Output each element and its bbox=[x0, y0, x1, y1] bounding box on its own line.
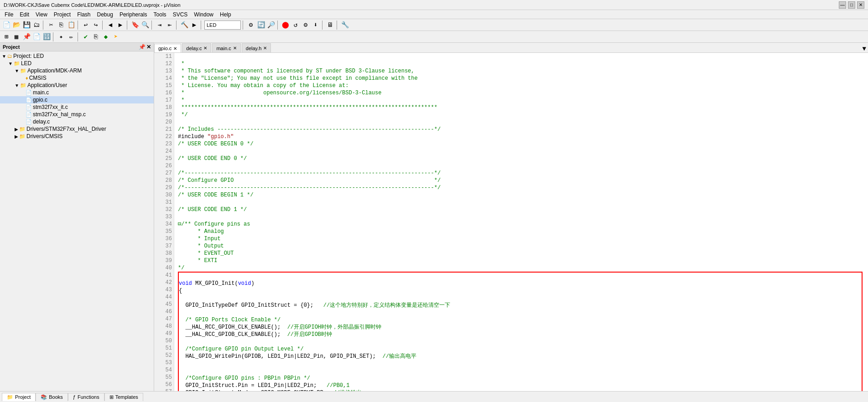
menu-file[interactable]: File bbox=[2, 11, 16, 18]
tree-gpio-c[interactable]: 📄 gpio.c bbox=[0, 96, 154, 103]
tree-drivers-cmsis[interactable]: ▶ 📁 Drivers/CMSIS bbox=[0, 133, 154, 140]
tab-main-c[interactable]: main.c ✕ bbox=[212, 43, 240, 52]
tree-delay-c[interactable]: 📄 delay.c bbox=[0, 118, 154, 125]
tree-label-drivers-cmsis: Drivers/CMSIS bbox=[26, 133, 62, 139]
ln-26: 26 bbox=[156, 162, 172, 170]
ln-33: 33 bbox=[156, 213, 172, 221]
menu-peripherals[interactable]: Peripherals bbox=[117, 11, 150, 18]
tab-delay-c[interactable]: delay.c ✕ bbox=[182, 43, 211, 52]
code-editor[interactable]: 11 12 13 14 15 16 17 18 19 20 21 22 23 2… bbox=[154, 53, 868, 391]
ln-39: 39 bbox=[156, 257, 172, 264]
cut-icon[interactable]: ✂ bbox=[47, 21, 56, 30]
tb2-icon5[interactable]: 🔢 bbox=[42, 32, 51, 41]
tree-it-c[interactable]: 📄 stm32f7xx_it.c bbox=[0, 103, 154, 111]
templates-tab-label: Templates bbox=[115, 394, 138, 400]
bottom-tab-books[interactable]: 📚 Books bbox=[36, 393, 68, 401]
expand-led[interactable]: ▼ bbox=[8, 61, 13, 66]
nav-back-icon[interactable]: ◀ bbox=[106, 21, 115, 30]
build-icon[interactable]: 🔨 bbox=[180, 21, 189, 30]
refresh-icon[interactable]: 🔄 bbox=[256, 21, 265, 30]
search2-icon[interactable]: 🔎 bbox=[266, 21, 275, 30]
wrench-icon[interactable]: 🔧 bbox=[340, 21, 349, 30]
tree-app-mdk[interactable]: ▼ 📁 Application/MDK-ARM bbox=[0, 67, 154, 74]
tb2-icon2[interactable]: ▦ bbox=[12, 32, 21, 41]
sidebar-close-icon[interactable]: ✕ bbox=[146, 44, 151, 50]
tb2-icon1[interactable]: ⊞ bbox=[2, 32, 11, 41]
project-icon: 🗂 bbox=[7, 53, 12, 59]
unindent-icon[interactable]: ⇤ bbox=[165, 21, 174, 30]
expand-project[interactable]: ▼ bbox=[2, 54, 6, 59]
line-25 bbox=[178, 163, 181, 169]
settings2-icon[interactable]: ⚙ bbox=[301, 21, 310, 30]
tb2-green-icon[interactable]: ✔ bbox=[81, 32, 90, 41]
new-file-icon[interactable]: 📄 bbox=[2, 21, 11, 30]
tab-delay-h[interactable]: delay.h ✕ bbox=[242, 43, 271, 52]
tree-main-c[interactable]: 📄 main.c bbox=[0, 89, 154, 96]
menu-help[interactable]: Help bbox=[217, 11, 234, 18]
save-all-icon[interactable]: 🗂 bbox=[32, 21, 41, 30]
bottom-tab-functions[interactable]: ƒ Functions bbox=[68, 393, 104, 401]
maximize-button[interactable]: □ bbox=[848, 1, 855, 9]
menu-project[interactable]: Project bbox=[51, 11, 73, 18]
undo-icon[interactable]: ↩ bbox=[81, 21, 90, 30]
tree-led[interactable]: ▼ 📁 LED bbox=[0, 60, 154, 67]
find-icon[interactable]: 🔍 bbox=[140, 21, 150, 30]
tb2-green2-icon[interactable]: ◆ bbox=[101, 32, 110, 41]
line-37: * EVENT_OUT bbox=[178, 250, 234, 257]
tab-delay-h-close[interactable]: ✕ bbox=[263, 46, 267, 51]
project-tree: ▼ 🗂 Project: LED ▼ 📁 LED ▼ 📁 Application… bbox=[0, 52, 154, 391]
menu-svcs[interactable]: SVCS bbox=[170, 11, 191, 18]
reset-icon[interactable]: ↺ bbox=[291, 21, 300, 30]
indent-icon[interactable]: ⇥ bbox=[155, 21, 164, 30]
tb2-icon4[interactable]: 📄 bbox=[32, 32, 41, 41]
tab-delay-close[interactable]: ✕ bbox=[203, 46, 207, 51]
paste-icon[interactable]: 📋 bbox=[67, 21, 76, 30]
tree-cmsis[interactable]: ♦ CMSIS bbox=[0, 74, 154, 82]
menu-tools[interactable]: Tools bbox=[151, 11, 169, 18]
run-icon[interactable]: ▶ bbox=[190, 21, 199, 30]
close-button[interactable]: ✕ bbox=[857, 1, 864, 9]
download-icon[interactable]: ⬇ bbox=[311, 21, 320, 30]
ln-46: 46 bbox=[156, 308, 172, 315]
expand-app-mdk[interactable]: ▼ bbox=[15, 68, 19, 73]
tree-drivers-hal[interactable]: ▶ 📁 Drivers/STM32F7xx_HAL_Driver bbox=[0, 125, 154, 133]
menu-debug[interactable]: Debug bbox=[94, 11, 116, 18]
tab-main-close[interactable]: ✕ bbox=[233, 46, 237, 51]
tree-app-user[interactable]: ▼ 📁 Application/User bbox=[0, 82, 154, 89]
copy-icon[interactable]: ⎘ bbox=[57, 21, 66, 30]
tree-msp-c[interactable]: 📄 stm32f7xx_hal_msp.c bbox=[0, 111, 154, 118]
bottom-tab-templates[interactable]: ⊞ Templates bbox=[104, 393, 143, 401]
monitor-icon[interactable]: 🖥 bbox=[326, 21, 335, 30]
tb2-copy2-icon[interactable]: ⎘ bbox=[91, 32, 100, 41]
tb2-edit-icon[interactable]: ✏ bbox=[67, 32, 76, 41]
ln-13: 13 bbox=[156, 67, 172, 75]
title-bar-controls[interactable]: — □ ✕ bbox=[839, 1, 864, 9]
target-dropdown[interactable] bbox=[204, 21, 241, 30]
redo-icon[interactable]: ↪ bbox=[91, 21, 100, 30]
tb2-arrow-icon[interactable]: ➤ bbox=[111, 32, 120, 41]
expand-drivers-hal[interactable]: ▶ bbox=[15, 127, 18, 132]
bookmark-icon[interactable]: 🔖 bbox=[130, 21, 140, 30]
menu-edit[interactable]: Edit bbox=[17, 11, 32, 18]
save-icon[interactable]: 💾 bbox=[22, 21, 31, 30]
minimize-button[interactable]: — bbox=[839, 1, 846, 9]
tab-more-button[interactable]: ▼ bbox=[863, 45, 866, 52]
config-icon[interactable]: ⚙ bbox=[246, 21, 255, 30]
expand-app-user[interactable]: ▼ bbox=[15, 83, 19, 88]
tab-gpio-c[interactable]: gpio.c ✕ bbox=[154, 44, 181, 53]
code-text[interactable]: * * This software component is licensed … bbox=[174, 53, 868, 391]
menu-flash[interactable]: Flash bbox=[74, 11, 93, 18]
bottom-tab-project[interactable]: 📁 Project bbox=[2, 393, 36, 401]
stop-icon[interactable]: ⬤ bbox=[281, 21, 290, 30]
line-29: /* USER CODE BEGIN 1 */ bbox=[178, 192, 254, 198]
open-file-icon[interactable]: 📂 bbox=[12, 21, 21, 30]
tab-gpio-close[interactable]: ✕ bbox=[173, 46, 177, 51]
menu-window[interactable]: Window bbox=[191, 11, 216, 18]
sidebar-pin-icon[interactable]: 📌 bbox=[139, 44, 146, 50]
nav-fwd-icon[interactable]: ▶ bbox=[116, 21, 125, 30]
menu-view[interactable]: View bbox=[33, 11, 50, 18]
tb2-magic-icon[interactable]: ✦ bbox=[57, 32, 66, 41]
tree-project-led[interactable]: ▼ 🗂 Project: LED bbox=[0, 52, 154, 60]
expand-drivers-cmsis[interactable]: ▶ bbox=[15, 134, 18, 139]
tb2-icon3[interactable]: 📌 bbox=[22, 32, 31, 41]
